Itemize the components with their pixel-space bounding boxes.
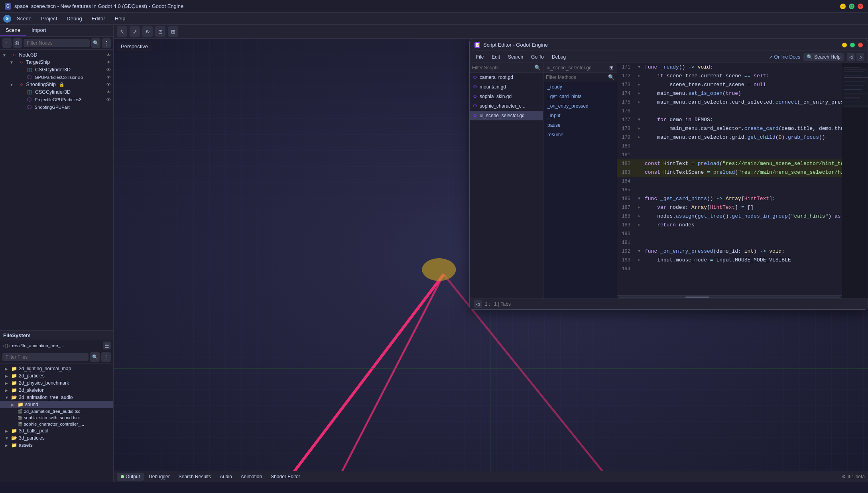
visibility-icon[interactable]: 👁	[106, 60, 111, 65]
se-menu-goto[interactable]: Go To	[528, 53, 547, 61]
code-editor[interactable]: 171 ▼ func _ready() -> void: 172 ▶ if sc…	[617, 63, 842, 295]
fs-item-sophie-char[interactable]: ▶ 🎬 sophie_character_controller_...	[0, 421, 113, 427]
se-file-camera-root[interactable]: ⚙ camera_root.gd	[470, 73, 543, 82]
forward-icon[interactable]: ▷	[7, 343, 10, 348]
code-line-191: 191	[617, 238, 842, 247]
expand-arrow-icon: ▼	[5, 436, 10, 440]
back-icon[interactable]: ◁	[2, 343, 6, 348]
se-method-pause[interactable]: pause	[543, 120, 617, 130]
tab-import[interactable]: Import	[26, 25, 52, 36]
online-docs-button[interactable]: ↗ Online Docs	[769, 54, 800, 60]
search-files-button[interactable]: 🔍	[90, 352, 100, 362]
fs-list-view-button[interactable]: ☰	[103, 342, 111, 350]
visibility-icon[interactable]: 👁	[106, 82, 111, 87]
cursor-tool[interactable]: ↖	[117, 26, 127, 37]
tree-node-shootingship[interactable]: ▼ ○ ShootingShip 🔒 👁	[0, 81, 113, 88]
se-maximize-button[interactable]	[850, 43, 855, 47]
se-close-button[interactable]	[858, 43, 863, 47]
se-forward-button[interactable]: ▷	[856, 53, 864, 61]
menu-project[interactable]: Project	[37, 14, 61, 23]
scroll-thumb[interactable]	[685, 297, 709, 298]
tree-node-projectile-gpu[interactable]: ⬡ ProjectileGPUParticles3 👁	[0, 96, 113, 103]
close-button[interactable]: ✕	[858, 4, 863, 9]
fs-item-assets[interactable]: ▶ 📁 assets	[0, 442, 113, 449]
scale-tool[interactable]: ⊡	[155, 26, 165, 37]
tab-output[interactable]: Output	[117, 473, 144, 481]
se-menu-file[interactable]: File	[473, 53, 487, 61]
breadcrumb-text: res://3d_animation_tree_...	[12, 343, 64, 348]
tab-search-results[interactable]: Search Results	[175, 473, 215, 481]
expand-tool[interactable]: ⊞	[168, 26, 178, 37]
tree-node-targetship[interactable]: ▼ ○ TargetShip 👁	[0, 59, 113, 66]
se-minimize-button[interactable]	[842, 43, 847, 47]
visibility-icon[interactable]: 👁	[106, 75, 111, 80]
tree-node-csgcylinder2[interactable]: ◫ CSGCylinder3D 👁	[0, 88, 113, 96]
se-horizontal-scrollbar[interactable]	[617, 295, 842, 299]
se-menu-search[interactable]: Search	[505, 53, 526, 61]
fs-item-sophia-skin[interactable]: ▶ 🎬 sophia_skin_with_sound.tscr	[0, 414, 113, 421]
tree-node-csgcylinder[interactable]: ◫ CSGCylinder3D 👁	[0, 66, 113, 73]
filter-nodes-input[interactable]	[24, 39, 90, 47]
menu-help[interactable]: Help	[111, 14, 130, 23]
menu-scene[interactable]: Scene	[13, 14, 35, 23]
filter-methods-input[interactable]	[546, 75, 606, 80]
godot-icon: G	[5, 3, 11, 10]
gpu-icon: ⬡	[27, 104, 31, 110]
collapse-panel-button[interactable]: ◁	[474, 300, 482, 308]
fs-more[interactable]: ⋮	[106, 333, 110, 338]
se-method-resume[interactable]: resume	[543, 130, 617, 139]
fs-options-button[interactable]: ⋮	[101, 352, 111, 362]
rotate-tool[interactable]: ↻	[142, 26, 153, 37]
visibility-icon[interactable]: 👁	[106, 53, 111, 57]
tree-node-node3d[interactable]: ▼ ○ Node3D 👁	[0, 51, 113, 59]
minimize-button[interactable]: ─	[840, 4, 846, 9]
visibility-icon[interactable]: 👁	[106, 97, 111, 102]
se-method-on-entry-pressed[interactable]: _on_entry_pressed	[543, 101, 617, 111]
visibility-icon[interactable]: 👁	[106, 90, 111, 94]
filter-files-input[interactable]	[2, 353, 89, 361]
tab-shader-editor-label: Shader Editor	[271, 474, 300, 479]
tab-scene[interactable]: Scene	[0, 25, 26, 36]
tree-node-gpu-particles[interactable]: ⬡ GPUParticlesCollisionBo 👁	[0, 73, 113, 81]
se-file-sophie-char[interactable]: ⚙ sophie_character_c...	[470, 101, 543, 111]
fs-item-2d-lighting[interactable]: ▶ 📁 2d_lighting_normal_map	[0, 365, 113, 372]
visibility-icon[interactable]: 👁	[106, 67, 111, 72]
se-file-mountain[interactable]: ⚙ mountain.gd	[470, 82, 543, 92]
se-menu-debug[interactable]: Debug	[549, 53, 569, 61]
tab-animation[interactable]: Animation	[237, 473, 266, 481]
svg-point-5	[422, 258, 456, 281]
filter-scripts-input[interactable]	[472, 65, 533, 71]
fs-item-sound[interactable]: ▶ 📁 sound	[0, 401, 113, 408]
add-node-button[interactable]: +	[2, 38, 12, 48]
maximize-button[interactable]: □	[849, 4, 854, 9]
fs-item-2d-physics[interactable]: ▶ 📁 2d_physics_benchmark	[0, 379, 113, 387]
tab-debugger[interactable]: Debugger	[145, 473, 174, 481]
fs-item-2d-skeleton[interactable]: ▶ 📁 2d_skeleton	[0, 387, 113, 394]
more-options-button[interactable]: ⋮	[102, 38, 111, 48]
fs-item-2d-particles[interactable]: ▶ 📁 2d_particles	[0, 372, 113, 379]
tab-shader-editor[interactable]: Shader Editor	[267, 473, 304, 481]
code-line-172: 172 ▶ if scene_tree.current_scene == sel…	[617, 72, 842, 81]
fs-item-3d-particles[interactable]: ▼ 📂 3d_particles	[0, 434, 113, 442]
fs-item-3d-anim[interactable]: ▼ 📂 3d_animation_tree_audio	[0, 394, 113, 401]
se-method-input[interactable]: _input	[543, 111, 617, 120]
se-method-ready[interactable]: _ready	[543, 82, 617, 92]
se-back-button[interactable]: ◁	[847, 53, 855, 61]
tree-node-shooting-gpu[interactable]: ⬡ ShootingGPUPart	[0, 103, 113, 111]
code-line-182: 182 const HintText = preload("res://main…	[617, 159, 842, 168]
code-line-188: 188 ▶ nodes.assign(get_tree().get_nodes_…	[617, 212, 842, 221]
method-list-icon[interactable]: ⊞	[609, 65, 614, 71]
se-menu-edit[interactable]: Edit	[488, 53, 503, 61]
fs-item-3d-balls[interactable]: ▶ 📁 3d_balls_pool	[0, 427, 113, 434]
se-file-sophia-skin[interactable]: ⚙ sophia_skin.gd	[470, 92, 543, 101]
search-nodes-button[interactable]: 🔍	[91, 38, 100, 48]
se-file-ui-selector[interactable]: ⚙ ui_scene_selector.gd	[470, 111, 543, 120]
se-method-get-card-hints[interactable]: _get_card_hints	[543, 92, 617, 101]
tab-audio[interactable]: Audio	[216, 473, 236, 481]
fs-item-anim-tsc[interactable]: ▶ 🎬 3d_animation_tree_audio.tsc	[0, 408, 113, 414]
search-help-button[interactable]: 🔍 Search Help	[803, 53, 844, 61]
menu-editor[interactable]: Editor	[88, 14, 109, 23]
move-tool[interactable]: ⤢	[130, 26, 140, 37]
menu-debug[interactable]: Debug	[63, 14, 86, 23]
instance-button[interactable]: ⛓	[13, 38, 22, 48]
